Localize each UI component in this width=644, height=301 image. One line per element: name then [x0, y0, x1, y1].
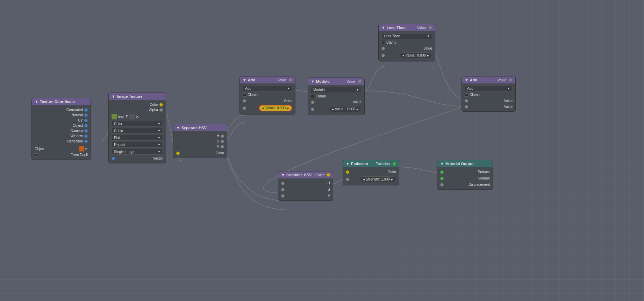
- add2-clamp-checkbox[interactable]: [465, 93, 468, 97]
- sep-v-row: V: [176, 144, 224, 149]
- combine-hsv-header: ▼ Combine HSV Color: [278, 171, 333, 178]
- it-single-image-dropdown[interactable]: Single Image ▼: [112, 149, 163, 155]
- add1-type-dropdown[interactable]: Add ▼: [243, 86, 292, 91]
- em-color-row: Color: [346, 169, 396, 175]
- add2-value-out-socket[interactable]: [509, 78, 513, 82]
- lt-tri-icon: ▼: [381, 25, 385, 30]
- mod-title: Modulo: [316, 79, 330, 83]
- mod-value-out-socket[interactable]: [358, 80, 362, 83]
- lt-clamp-row: Clamp: [381, 41, 432, 44]
- mo-volume-socket[interactable]: [440, 177, 444, 180]
- it-flat-dropdown[interactable]: Flat ▼: [112, 135, 163, 141]
- chsv-v-row: V: [281, 193, 330, 198]
- mod-clamp-checkbox[interactable]: [311, 95, 314, 98]
- tc-object-socket[interactable]: [84, 124, 88, 127]
- lt-title: Less Than: [387, 25, 406, 30]
- texture-coordinate-header: ▼ Texture Coordinate: [32, 98, 91, 105]
- tc-from-dupli-row: From Dupli: [35, 152, 88, 157]
- tc-uv-row: UV: [35, 118, 88, 123]
- it-color-socket[interactable]: [159, 103, 163, 107]
- it-color-dropdown[interactable]: Color ▼: [112, 121, 163, 127]
- add-node-2: ▼ Add Value Add ▼ Clamp Value Value: [461, 76, 516, 112]
- lt-type-dropdown[interactable]: Less Than ▼: [381, 33, 432, 39]
- chsv-title: Combine HSV: [286, 173, 312, 177]
- add1-clamp-checkbox[interactable]: [243, 93, 246, 97]
- tc-reflection-row: Reflection: [35, 139, 88, 144]
- material-output-node: ▼ Material Output Surface Volume Displac…: [437, 160, 493, 190]
- mo-tri-icon: ▼: [440, 162, 444, 166]
- mod-type-dropdown[interactable]: Modulo ▼: [311, 87, 362, 93]
- add1-header: ▼ Add Value: [240, 76, 295, 83]
- sep-s-socket[interactable]: [221, 140, 224, 143]
- it-title: Image Texture: [117, 94, 143, 98]
- chsv-v-socket[interactable]: [281, 194, 285, 198]
- it-color-output: Color: [112, 102, 163, 107]
- it-tri-icon: ▼: [112, 94, 115, 98]
- lt-value-field[interactable]: ◂ Value: 0.000 ▸: [399, 52, 432, 58]
- mo-title: Material Output: [445, 162, 474, 166]
- lt-val1-socket[interactable]: [381, 47, 385, 50]
- em-strength-field[interactable]: ◂ Strength: 1.000 ▸: [360, 176, 396, 182]
- mo-displacement-socket[interactable]: [440, 183, 444, 186]
- chsv-h-socket[interactable]: [281, 182, 285, 185]
- it-cubic-dropdown[interactable]: Cubic ▼: [112, 128, 163, 134]
- chsv-tri-icon: ▼: [281, 173, 285, 177]
- mod-value-field[interactable]: ◂ Value: 1.000 ▸: [329, 106, 362, 112]
- em-out-socket[interactable]: [393, 162, 396, 166]
- add1-title: Add: [248, 78, 255, 82]
- em-strength-socket[interactable]: [346, 178, 349, 181]
- combine-hsv-node: ▼ Combine HSV Color H S V: [278, 171, 333, 201]
- add2-val2-socket[interactable]: [465, 105, 468, 109]
- add2-type-dropdown[interactable]: Add ▼: [465, 86, 513, 91]
- sep-color-socket[interactable]: [176, 152, 180, 155]
- tc-window-socket[interactable]: [84, 134, 88, 138]
- mod-val2-socket[interactable]: [311, 108, 314, 111]
- tc-from-dupli-checkbox[interactable]: [35, 153, 38, 157]
- add1-clamp-row: Clamp: [243, 93, 292, 97]
- em-color-socket[interactable]: [346, 170, 349, 174]
- tc-generated-socket[interactable]: [84, 108, 88, 112]
- tc-object-icon: [79, 146, 84, 152]
- it-vector-socket[interactable]: [112, 157, 115, 160]
- add1-value-field[interactable]: ◂ Value: 0.000 ▸: [259, 105, 292, 111]
- chsv-color-out-socket[interactable]: [327, 173, 330, 177]
- add2-val1-socket[interactable]: [465, 99, 468, 103]
- sep-h-row: H: [176, 133, 224, 139]
- mod-clamp-row: Clamp: [311, 94, 362, 98]
- tc-uv-socket[interactable]: [84, 119, 88, 122]
- tc-title: Texture Coordinate: [40, 100, 75, 104]
- tc-camera-socket[interactable]: [84, 129, 88, 133]
- lt-header: ▼ Less Than Value: [379, 24, 435, 31]
- chsv-s-socket[interactable]: [281, 188, 285, 191]
- add1-val1-socket[interactable]: [243, 99, 246, 103]
- add1-value-out-socket[interactable]: [289, 78, 292, 82]
- add2-title: Add: [470, 78, 477, 82]
- it-alpha-socket[interactable]: [159, 108, 163, 112]
- lt-clamp-checkbox[interactable]: [381, 41, 385, 44]
- mod-value1-row: Value: [311, 100, 362, 105]
- image-texture-node: ▼ Image Texture Color Alpha test. F ✕ Co…: [108, 93, 166, 163]
- lt-value-out-socket[interactable]: [429, 26, 432, 29]
- add1-val2-socket[interactable]: [243, 107, 246, 110]
- tc-normal-socket[interactable]: [84, 113, 88, 117]
- chsv-h-row: H: [281, 181, 330, 186]
- add2-value1-row: Value: [465, 98, 513, 103]
- add1-tri-icon: ▼: [243, 78, 246, 82]
- mod-val1-socket[interactable]: [311, 101, 314, 104]
- sep-v-socket[interactable]: [221, 145, 224, 148]
- tc-normal-row: Normal: [35, 112, 88, 118]
- add2-value2-row: Value: [465, 104, 513, 109]
- texture-coordinate-node: ▼ Texture Coordinate Generated Normal UV…: [31, 98, 91, 160]
- lt-val2-socket[interactable]: [381, 54, 385, 57]
- it-repeat-dropdown[interactable]: Repeat ▼: [112, 142, 163, 148]
- add2-tri-icon: ▼: [465, 78, 468, 82]
- tc-reflection-socket[interactable]: [84, 140, 88, 143]
- sep-hsv-header: ▼ Separate HSV: [173, 124, 227, 131]
- sep-color-input: Color: [176, 150, 224, 156]
- emission-node: ▼ Emission Emission Color ◂ Strength: 1.…: [343, 160, 399, 185]
- it-browse-icon[interactable]: [129, 114, 135, 119]
- modulo-node: ▼ Modulo Value Modulo ▼ Clamp Value ◂ Va…: [308, 78, 365, 115]
- sep-h-socket[interactable]: [221, 134, 224, 138]
- mo-surface-socket[interactable]: [440, 170, 444, 174]
- tc-generated-row: Generated: [35, 107, 88, 112]
